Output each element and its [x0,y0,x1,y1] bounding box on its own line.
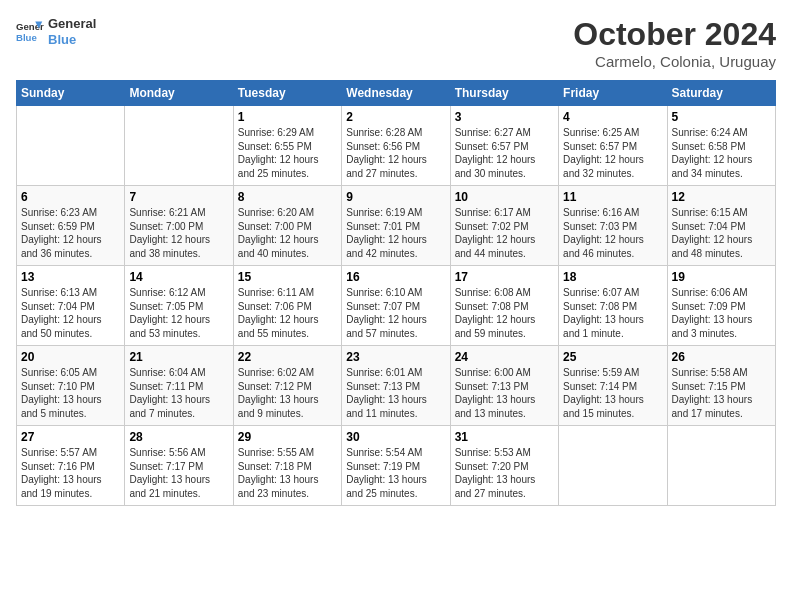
day-number: 16 [346,270,445,284]
calendar-cell: 25Sunrise: 5:59 AM Sunset: 7:14 PM Dayli… [559,346,667,426]
calendar-week-2: 6Sunrise: 6:23 AM Sunset: 6:59 PM Daylig… [17,186,776,266]
calendar-header-row: SundayMondayTuesdayWednesdayThursdayFrid… [17,81,776,106]
day-number: 25 [563,350,662,364]
calendar-cell: 3Sunrise: 6:27 AM Sunset: 6:57 PM Daylig… [450,106,558,186]
day-content: Sunrise: 6:19 AM Sunset: 7:01 PM Dayligh… [346,206,445,260]
day-content: Sunrise: 6:11 AM Sunset: 7:06 PM Dayligh… [238,286,337,340]
day-content: Sunrise: 5:53 AM Sunset: 7:20 PM Dayligh… [455,446,554,500]
calendar-cell: 18Sunrise: 6:07 AM Sunset: 7:08 PM Dayli… [559,266,667,346]
svg-text:Blue: Blue [16,31,37,42]
day-content: Sunrise: 6:02 AM Sunset: 7:12 PM Dayligh… [238,366,337,420]
day-content: Sunrise: 6:27 AM Sunset: 6:57 PM Dayligh… [455,126,554,180]
day-content: Sunrise: 5:57 AM Sunset: 7:16 PM Dayligh… [21,446,120,500]
day-number: 21 [129,350,228,364]
day-content: Sunrise: 6:28 AM Sunset: 6:56 PM Dayligh… [346,126,445,180]
day-number: 1 [238,110,337,124]
calendar-cell: 29Sunrise: 5:55 AM Sunset: 7:18 PM Dayli… [233,426,341,506]
day-content: Sunrise: 6:05 AM Sunset: 7:10 PM Dayligh… [21,366,120,420]
calendar-cell: 16Sunrise: 6:10 AM Sunset: 7:07 PM Dayli… [342,266,450,346]
calendar-table: SundayMondayTuesdayWednesdayThursdayFrid… [16,80,776,506]
calendar-cell [17,106,125,186]
day-content: Sunrise: 6:15 AM Sunset: 7:04 PM Dayligh… [672,206,771,260]
day-number: 30 [346,430,445,444]
day-number: 20 [21,350,120,364]
col-header-thursday: Thursday [450,81,558,106]
col-header-tuesday: Tuesday [233,81,341,106]
calendar-cell: 27Sunrise: 5:57 AM Sunset: 7:16 PM Dayli… [17,426,125,506]
day-number: 13 [21,270,120,284]
calendar-cell: 7Sunrise: 6:21 AM Sunset: 7:00 PM Daylig… [125,186,233,266]
calendar-cell: 23Sunrise: 6:01 AM Sunset: 7:13 PM Dayli… [342,346,450,426]
calendar-cell: 30Sunrise: 5:54 AM Sunset: 7:19 PM Dayli… [342,426,450,506]
col-header-monday: Monday [125,81,233,106]
day-number: 26 [672,350,771,364]
calendar-week-5: 27Sunrise: 5:57 AM Sunset: 7:16 PM Dayli… [17,426,776,506]
calendar-cell: 10Sunrise: 6:17 AM Sunset: 7:02 PM Dayli… [450,186,558,266]
logo-text-general: General [48,16,96,32]
day-content: Sunrise: 6:21 AM Sunset: 7:00 PM Dayligh… [129,206,228,260]
logo-icon: General Blue [16,18,44,46]
day-number: 2 [346,110,445,124]
day-content: Sunrise: 5:59 AM Sunset: 7:14 PM Dayligh… [563,366,662,420]
calendar-cell: 14Sunrise: 6:12 AM Sunset: 7:05 PM Dayli… [125,266,233,346]
calendar-cell: 22Sunrise: 6:02 AM Sunset: 7:12 PM Dayli… [233,346,341,426]
col-header-sunday: Sunday [17,81,125,106]
day-number: 12 [672,190,771,204]
day-number: 7 [129,190,228,204]
day-content: Sunrise: 6:16 AM Sunset: 7:03 PM Dayligh… [563,206,662,260]
day-number: 6 [21,190,120,204]
day-number: 23 [346,350,445,364]
title-block: October 2024 Carmelo, Colonia, Uruguay [573,16,776,70]
day-number: 14 [129,270,228,284]
day-content: Sunrise: 6:06 AM Sunset: 7:09 PM Dayligh… [672,286,771,340]
day-content: Sunrise: 6:20 AM Sunset: 7:00 PM Dayligh… [238,206,337,260]
calendar-cell: 15Sunrise: 6:11 AM Sunset: 7:06 PM Dayli… [233,266,341,346]
day-number: 19 [672,270,771,284]
calendar-week-1: 1Sunrise: 6:29 AM Sunset: 6:55 PM Daylig… [17,106,776,186]
day-number: 3 [455,110,554,124]
day-number: 18 [563,270,662,284]
day-content: Sunrise: 5:54 AM Sunset: 7:19 PM Dayligh… [346,446,445,500]
calendar-cell: 12Sunrise: 6:15 AM Sunset: 7:04 PM Dayli… [667,186,775,266]
day-number: 17 [455,270,554,284]
calendar-week-3: 13Sunrise: 6:13 AM Sunset: 7:04 PM Dayli… [17,266,776,346]
day-content: Sunrise: 6:12 AM Sunset: 7:05 PM Dayligh… [129,286,228,340]
day-content: Sunrise: 5:55 AM Sunset: 7:18 PM Dayligh… [238,446,337,500]
day-content: Sunrise: 6:24 AM Sunset: 6:58 PM Dayligh… [672,126,771,180]
day-number: 8 [238,190,337,204]
calendar-cell: 28Sunrise: 5:56 AM Sunset: 7:17 PM Dayli… [125,426,233,506]
day-content: Sunrise: 6:29 AM Sunset: 6:55 PM Dayligh… [238,126,337,180]
logo-text-blue: Blue [48,32,96,48]
day-content: Sunrise: 6:08 AM Sunset: 7:08 PM Dayligh… [455,286,554,340]
calendar-cell: 26Sunrise: 5:58 AM Sunset: 7:15 PM Dayli… [667,346,775,426]
day-content: Sunrise: 6:17 AM Sunset: 7:02 PM Dayligh… [455,206,554,260]
day-number: 5 [672,110,771,124]
day-content: Sunrise: 6:00 AM Sunset: 7:13 PM Dayligh… [455,366,554,420]
day-content: Sunrise: 6:23 AM Sunset: 6:59 PM Dayligh… [21,206,120,260]
calendar-cell: 17Sunrise: 6:08 AM Sunset: 7:08 PM Dayli… [450,266,558,346]
calendar-cell: 1Sunrise: 6:29 AM Sunset: 6:55 PM Daylig… [233,106,341,186]
day-number: 31 [455,430,554,444]
calendar-cell: 11Sunrise: 6:16 AM Sunset: 7:03 PM Dayli… [559,186,667,266]
day-content: Sunrise: 6:04 AM Sunset: 7:11 PM Dayligh… [129,366,228,420]
calendar-cell [125,106,233,186]
day-number: 22 [238,350,337,364]
day-number: 11 [563,190,662,204]
day-number: 15 [238,270,337,284]
calendar-cell: 31Sunrise: 5:53 AM Sunset: 7:20 PM Dayli… [450,426,558,506]
day-content: Sunrise: 6:10 AM Sunset: 7:07 PM Dayligh… [346,286,445,340]
calendar-cell: 9Sunrise: 6:19 AM Sunset: 7:01 PM Daylig… [342,186,450,266]
day-content: Sunrise: 5:56 AM Sunset: 7:17 PM Dayligh… [129,446,228,500]
day-content: Sunrise: 6:13 AM Sunset: 7:04 PM Dayligh… [21,286,120,340]
day-number: 29 [238,430,337,444]
calendar-cell [559,426,667,506]
page-header: General Blue General Blue October 2024 C… [16,16,776,70]
calendar-cell: 4Sunrise: 6:25 AM Sunset: 6:57 PM Daylig… [559,106,667,186]
day-content: Sunrise: 6:01 AM Sunset: 7:13 PM Dayligh… [346,366,445,420]
col-header-saturday: Saturday [667,81,775,106]
calendar-cell: 5Sunrise: 6:24 AM Sunset: 6:58 PM Daylig… [667,106,775,186]
calendar-cell: 24Sunrise: 6:00 AM Sunset: 7:13 PM Dayli… [450,346,558,426]
calendar-cell: 6Sunrise: 6:23 AM Sunset: 6:59 PM Daylig… [17,186,125,266]
month-title: October 2024 [573,16,776,53]
day-number: 10 [455,190,554,204]
